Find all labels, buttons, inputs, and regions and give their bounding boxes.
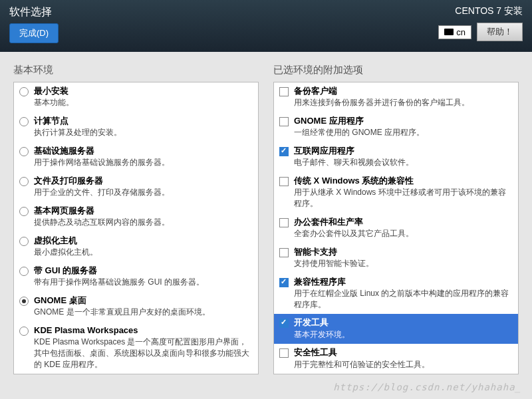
environment-item[interactable]: 带 GUI 的服务器带有用于操作网络基础设施服务 GUI 的服务器。 (14, 262, 258, 292)
checkbox-icon[interactable] (279, 248, 289, 257)
item-desc: 用于在红帽企业版 Linux 的之前版本中构建的应用程序的兼容程序库。 (294, 288, 513, 311)
radio-icon[interactable] (19, 327, 29, 336)
header-right-bottom: cn 帮助！ (438, 23, 523, 41)
item-text: 基本网页服务器提供静态及动态互联网内容的服务器。 (34, 205, 253, 228)
checkbox-icon[interactable] (279, 177, 289, 186)
item-desc: 执行计算及处理的安装。 (34, 127, 253, 138)
watermark: https://blog.csdn.net/yhahaha_ (333, 382, 521, 392)
checkbox-icon[interactable] (279, 319, 289, 328)
item-text: 开发工具基本开发环境。 (294, 317, 513, 340)
radio-icon[interactable] (19, 87, 29, 96)
item-desc: 提供静态及动态互联网内容的服务器。 (34, 217, 253, 228)
environment-item[interactable]: 虚拟化主机最小虚拟化主机。 (14, 232, 258, 262)
checkbox-icon[interactable] (279, 278, 289, 287)
item-desc: 基本功能。 (34, 97, 253, 108)
addon-item[interactable]: 办公套件和生产率全套办公套件以及其它产品工具。 (274, 213, 518, 243)
item-title: 基本网页服务器 (34, 205, 253, 217)
environments-title: 基本环境 (13, 64, 259, 76)
item-desc: GNOME 是一个非常直观且用户友好的桌面环境。 (34, 307, 253, 318)
help-button[interactable]: 帮助！ (477, 23, 523, 41)
addon-item[interactable]: GNOME 应用程序一组经常使用的 GNOME 应用程序。 (274, 112, 518, 142)
item-title: 开发工具 (294, 317, 513, 329)
checkbox-icon[interactable] (279, 117, 289, 126)
item-text: KDE Plasma WorkspacesKDE Plasma Workspac… (34, 325, 253, 370)
checkbox-icon[interactable] (279, 348, 289, 358)
environment-item[interactable]: 最小安装基本功能。 (14, 82, 258, 112)
addon-item[interactable]: 传统 X Windows 系统的兼容性用于从继承 X Windows 环境中迁移… (274, 172, 518, 213)
item-text: 最小安装基本功能。 (34, 85, 253, 108)
environment-item[interactable]: KDE Plasma WorkspacesKDE Plasma Workspac… (14, 322, 258, 374)
environment-item[interactable]: 开发及生成工作站用于软件、硬件、图形或者内容开发的工作站。 (14, 374, 258, 374)
keyboard-icon (444, 29, 454, 35)
item-desc: 全套办公套件以及其它产品工具。 (294, 228, 513, 239)
item-text: 传统 X Windows 系统的兼容性用于从继承 X Windows 环境中迁移… (294, 175, 513, 209)
item-title: 计算节点 (34, 115, 253, 127)
item-title: 虚拟化主机 (34, 235, 253, 247)
item-text: GNOME 桌面GNOME 是一个非常直观且用户友好的桌面环境。 (34, 295, 253, 318)
addon-item[interactable]: 安全性工具用于完整性和可信验证的安全性工具。 (274, 344, 518, 374)
item-text: 虚拟化主机最小虚拟化主机。 (34, 235, 253, 258)
item-text: 计算节点执行计算及处理的安装。 (34, 115, 253, 138)
item-title: 备份客户端 (294, 85, 513, 97)
item-text: 备份客户端用来连接到备份服务器并进行备份的客户端工具。 (294, 85, 513, 108)
item-text: 基础设施服务器用于操作网络基础设施服务的服务器。 (34, 145, 253, 168)
item-desc: 用于完整性和可信验证的安全性工具。 (294, 359, 513, 370)
item-text: 文件及打印服务器用于企业的文件、打印及存储服务器。 (34, 175, 253, 198)
addon-item[interactable]: 兼容性程序库用于在红帽企业版 Linux 的之前版本中构建的应用程序的兼容程序库… (274, 273, 518, 315)
item-desc: 电子邮件、聊天和视频会议软件。 (294, 157, 513, 168)
item-desc: 带有用于操作网络基础设施服务 GUI 的服务器。 (34, 277, 253, 288)
addon-item[interactable]: 开发工具基本开发环境。 (274, 314, 518, 344)
item-title: 安全性工具 (294, 346, 513, 358)
environment-item[interactable]: 文件及打印服务器用于企业的文件、打印及存储服务器。 (14, 172, 258, 202)
item-desc: 用于操作网络基础设施服务的服务器。 (34, 157, 253, 168)
addon-item[interactable]: 备份客户端用来连接到备份服务器并进行备份的客户端工具。 (274, 82, 518, 112)
addon-item[interactable]: 系统管理工具对系统管理有用的程序。 (274, 374, 518, 374)
item-desc: 用于从继承 X Windows 环境中迁移或者可用于该环境的兼容程序。 (294, 187, 513, 209)
header-right: CENTOS 7 安装 cn 帮助！ (438, 5, 523, 47)
keyboard-layout-indicator[interactable]: cn (438, 25, 471, 39)
checkbox-icon[interactable] (279, 87, 289, 96)
addon-item[interactable]: 智能卡支持支持使用智能卡验证。 (274, 243, 518, 273)
checkbox-icon[interactable] (279, 218, 289, 227)
header: 软件选择 完成(D) CENTOS 7 安装 cn 帮助！ (0, 0, 532, 52)
environment-item[interactable]: GNOME 桌面GNOME 是一个非常直观且用户友好的桌面环境。 (14, 292, 258, 322)
item-text: 带 GUI 的服务器带有用于操作网络基础设施服务 GUI 的服务器。 (34, 265, 253, 288)
radio-icon[interactable] (19, 177, 29, 186)
environment-item[interactable]: 基本网页服务器提供静态及动态互联网内容的服务器。 (14, 202, 258, 232)
radio-icon[interactable] (19, 117, 29, 126)
item-title: 基础设施服务器 (34, 145, 253, 157)
item-text: 智能卡支持支持使用智能卡验证。 (294, 246, 513, 269)
item-desc: 用于企业的文件、打印及存储服务器。 (34, 187, 253, 198)
environments-list[interactable]: 最小安装基本功能。计算节点执行计算及处理的安装。基础设施服务器用于操作网络基础设… (13, 82, 259, 374)
radio-icon[interactable] (19, 147, 29, 156)
item-title: 兼容性程序库 (294, 276, 513, 288)
radio-icon[interactable] (19, 267, 29, 276)
addon-item[interactable]: 互联网应用程序电子邮件、聊天和视频会议软件。 (274, 142, 518, 172)
content: 基本环境 最小安装基本功能。计算节点执行计算及处理的安装。基础设施服务器用于操作… (0, 52, 532, 386)
header-left: 软件选择 完成(D) (9, 5, 59, 47)
item-desc: 基本开发环境。 (294, 329, 513, 340)
item-desc: 一组经常使用的 GNOME 应用程序。 (294, 127, 513, 138)
addons-column: 已选环境的附加选项 备份客户端用来连接到备份服务器并进行备份的客户端工具。GNO… (273, 64, 519, 374)
environment-item[interactable]: 计算节点执行计算及处理的安装。 (14, 112, 258, 142)
item-text: 办公套件和生产率全套办公套件以及其它产品工具。 (294, 216, 513, 239)
item-title: 互联网应用程序 (294, 145, 513, 157)
radio-icon[interactable] (19, 207, 29, 216)
installer-title: CENTOS 7 安装 (455, 5, 523, 17)
item-text: GNOME 应用程序一组经常使用的 GNOME 应用程序。 (294, 115, 513, 138)
item-text: 兼容性程序库用于在红帽企业版 Linux 的之前版本中构建的应用程序的兼容程序库… (294, 276, 513, 311)
item-title: 带 GUI 的服务器 (34, 265, 253, 277)
item-text: 互联网应用程序电子邮件、聊天和视频会议软件。 (294, 145, 513, 168)
done-button[interactable]: 完成(D) (9, 23, 59, 43)
radio-icon[interactable] (19, 297, 29, 306)
lang-code: cn (456, 27, 466, 37)
checkbox-icon[interactable] (279, 147, 289, 156)
item-desc: KDE Plasma Workspaces 是一个高度可配置图形用户界面，其中包… (34, 336, 253, 370)
radio-icon[interactable] (19, 237, 29, 246)
environments-column: 基本环境 最小安装基本功能。计算节点执行计算及处理的安装。基础设施服务器用于操作… (13, 64, 259, 374)
item-desc: 最小虚拟化主机。 (34, 247, 253, 258)
addons-list[interactable]: 备份客户端用来连接到备份服务器并进行备份的客户端工具。GNOME 应用程序一组经… (273, 82, 519, 374)
item-desc: 支持使用智能卡验证。 (294, 258, 513, 269)
environment-item[interactable]: 基础设施服务器用于操作网络基础设施服务的服务器。 (14, 142, 258, 172)
item-title: 智能卡支持 (294, 246, 513, 258)
